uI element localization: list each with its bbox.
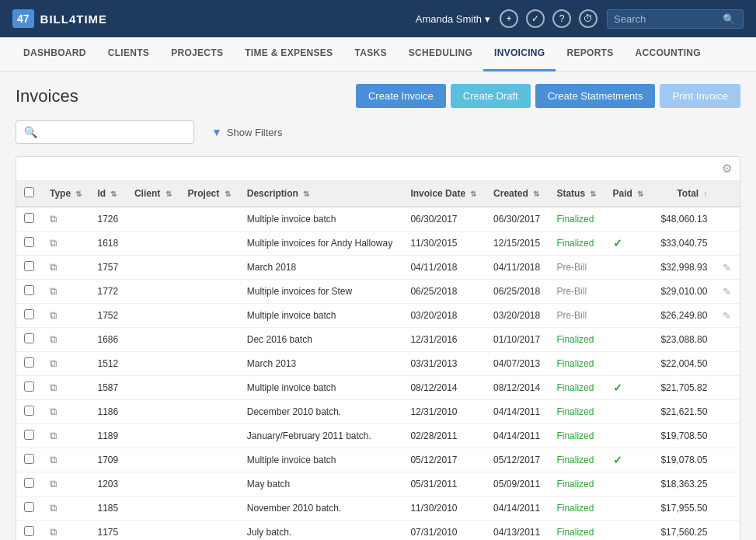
gear-icon[interactable]: ⚙ <box>722 162 732 176</box>
create-statements-button[interactable]: Create Statmetments <box>535 84 656 108</box>
th-project[interactable]: Project ⇅ <box>180 181 239 207</box>
filter-icon: ▼ <box>211 126 222 138</box>
copy-icon[interactable]: ⧉ <box>50 309 57 321</box>
row-checkbox[interactable] <box>24 333 34 343</box>
row-project <box>180 472 239 496</box>
th-paid[interactable]: Paid ⇅ <box>605 181 653 207</box>
row-checkbox[interactable] <box>24 285 34 295</box>
row-checkbox[interactable] <box>24 430 34 440</box>
print-invoice-button[interactable]: Print Invoice <box>660 84 740 108</box>
th-type[interactable]: Type ⇅ <box>42 181 89 207</box>
row-id: 1752 <box>89 304 126 328</box>
th-created[interactable]: Created ⇅ <box>486 181 549 207</box>
row-edit <box>715 376 740 400</box>
row-project <box>180 376 239 400</box>
row-checkbox[interactable] <box>24 406 34 416</box>
filter-search-input[interactable] <box>42 127 182 138</box>
top-search-icon[interactable]: 🔍 <box>723 13 735 25</box>
row-created: 04/14/2011 <box>486 496 549 521</box>
copy-icon[interactable]: ⧉ <box>50 357 57 369</box>
nav-item-dashboard[interactable]: Dashboard <box>12 37 97 71</box>
row-client <box>127 232 180 256</box>
row-type: ⧉ <box>42 304 89 328</box>
copy-icon[interactable]: ⧉ <box>50 454 57 465</box>
th-client[interactable]: Client ⇅ <box>127 181 180 207</box>
nav-item-tasks[interactable]: Tasks <box>343 37 397 71</box>
row-type: ⧉ <box>42 400 89 424</box>
row-checkbox[interactable] <box>24 357 34 368</box>
row-id: 1186 <box>89 400 126 424</box>
edit-icon[interactable]: ✎ <box>723 310 731 322</box>
top-search-input[interactable] <box>614 13 723 25</box>
row-checkbox-cell <box>16 232 42 256</box>
copy-icon[interactable]: ⧉ <box>50 478 57 489</box>
copy-icon[interactable]: ⧉ <box>50 333 57 345</box>
row-checkbox[interactable] <box>24 478 34 488</box>
question-icon[interactable]: ? <box>552 9 571 28</box>
copy-icon[interactable]: ⧉ <box>50 237 57 249</box>
show-filters-button[interactable]: ▼ Show Filters <box>204 121 290 143</box>
row-project <box>180 280 239 304</box>
row-checkbox[interactable] <box>24 381 34 392</box>
copy-icon[interactable]: ⧉ <box>50 406 57 417</box>
table-row: ⧉ 1618 Multiple invoices for Andy Hallow… <box>16 232 740 256</box>
table-row: ⧉ 1757 March 2018 04/11/2018 04/11/2018 … <box>16 256 740 280</box>
row-invoice-date: 02/28/2011 <box>402 424 486 448</box>
row-edit: ✎ <box>715 256 740 280</box>
copy-icon[interactable]: ⧉ <box>50 430 57 441</box>
copy-icon[interactable]: ⧉ <box>50 502 57 514</box>
row-invoice-date: 05/31/2011 <box>402 472 486 496</box>
user-name[interactable]: Amanda Smith ▾ <box>416 13 490 25</box>
nav-item-accounting[interactable]: Accounting <box>625 37 712 71</box>
row-checkbox[interactable] <box>24 237 34 247</box>
table-body: ⧉ 1726 Multiple invoice batch 06/30/2017… <box>16 207 740 540</box>
top-bar-right: Amanda Smith ▾ + ✓ ? ⏱ 🔍 <box>416 9 744 29</box>
row-status: Finalized <box>549 207 604 232</box>
copy-icon[interactable]: ⧉ <box>50 285 57 297</box>
check-circle-icon[interactable]: ✓ <box>526 9 545 28</box>
top-bar: 47 BILL4TIME Amanda Smith ▾ + ✓ ? ⏱ 🔍 <box>0 0 756 37</box>
nav-item-reports[interactable]: Reports <box>556 37 624 71</box>
row-client <box>127 424 180 448</box>
copy-icon[interactable]: ⧉ <box>50 213 57 225</box>
row-created: 04/14/2011 <box>486 400 549 424</box>
row-description: Multiple invoices for Andy Halloway <box>239 232 403 256</box>
nav-item-scheduling[interactable]: Scheduling <box>398 37 483 71</box>
copy-icon[interactable]: ⧉ <box>50 261 57 273</box>
row-paid: ✓ <box>605 448 653 472</box>
row-invoice-date: 03/20/2018 <box>402 304 486 328</box>
nav-item-projects[interactable]: Projects <box>160 37 234 71</box>
th-description[interactable]: Description ⇅ <box>239 181 403 207</box>
top-icons: + ✓ ? ⏱ <box>500 9 597 28</box>
nav-item-time-expenses[interactable]: Time & Expenses <box>234 37 343 71</box>
create-invoice-button[interactable]: Create Invoice <box>356 84 446 108</box>
table-row: ⧉ 1175 July batch. 07/31/2010 04/13/2011… <box>16 521 740 541</box>
row-total: $17,560.25 <box>652 521 715 541</box>
row-checkbox[interactable] <box>24 261 34 271</box>
row-checkbox[interactable] <box>24 213 34 223</box>
plus-icon[interactable]: + <box>500 9 518 28</box>
row-status: Finalized <box>549 352 604 376</box>
row-checkbox[interactable] <box>24 526 34 536</box>
copy-icon[interactable]: ⧉ <box>50 526 57 538</box>
row-client <box>127 376 180 400</box>
row-checkbox[interactable] <box>24 309 34 319</box>
th-status[interactable]: Status ⇅ <box>549 181 604 207</box>
table-row: ⧉ 1203 May batch 05/31/2011 05/09/2011 F… <box>16 472 740 496</box>
nav-item-clients[interactable]: Clients <box>97 37 160 71</box>
row-id: 1512 <box>89 352 126 376</box>
select-all-checkbox[interactable] <box>24 187 34 197</box>
th-total[interactable]: Total ↑ <box>652 181 715 207</box>
copy-icon[interactable]: ⧉ <box>50 381 57 393</box>
th-id[interactable]: Id ⇅ <box>89 181 126 207</box>
nav-item-invoicing[interactable]: Invoicing <box>483 37 556 71</box>
th-invoice-date[interactable]: Invoice Date ⇅ <box>402 181 486 207</box>
timer-icon[interactable]: ⏱ <box>579 9 597 28</box>
row-checkbox[interactable] <box>24 502 34 512</box>
edit-icon[interactable]: ✎ <box>723 286 731 298</box>
row-checkbox[interactable] <box>24 454 34 464</box>
create-draft-button[interactable]: Create Draft <box>451 84 531 108</box>
filter-bar: 🔍 ▼ Show Filters <box>16 120 740 144</box>
row-invoice-date: 06/30/2017 <box>402 207 486 232</box>
edit-icon[interactable]: ✎ <box>723 262 731 273</box>
